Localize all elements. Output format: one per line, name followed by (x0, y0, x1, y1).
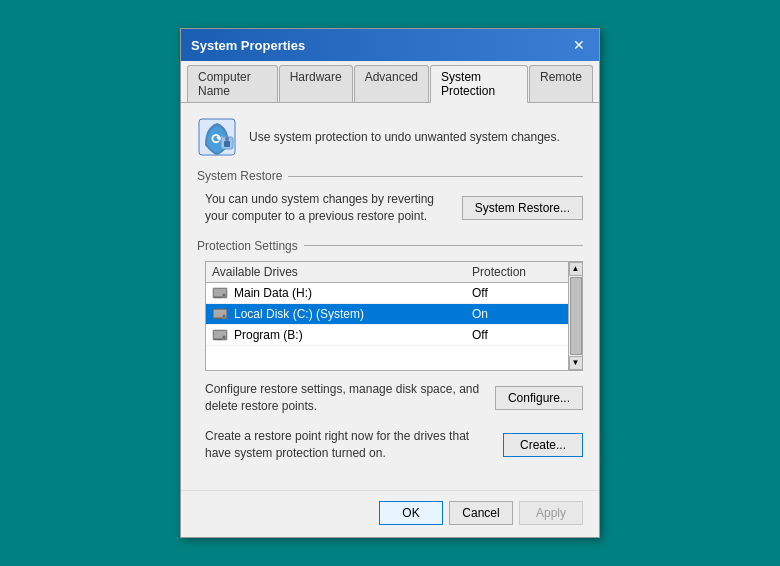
scrollbar: ▲ ▼ (568, 262, 582, 370)
col-drive-header: Available Drives (212, 265, 472, 279)
bottom-buttons: OK Cancel Apply (181, 490, 599, 537)
svg-point-11 (223, 314, 226, 317)
main-content: ⟳ Use system protection to undo unwanted… (181, 103, 599, 490)
drive-name-2: Program (B:) (234, 328, 472, 342)
system-restore-button[interactable]: System Restore... (462, 196, 583, 220)
apply-button[interactable]: Apply (519, 501, 583, 525)
drive-name-0: Main Data (H:) (234, 286, 472, 300)
system-protection-icon: ⟳ (197, 117, 237, 157)
drive-icon-0 (212, 286, 228, 300)
header-text: Use system protection to undo unwanted s… (249, 130, 560, 144)
system-restore-body: You can undo system changes by reverting… (205, 191, 583, 225)
tab-system-protection[interactable]: System Protection (430, 65, 528, 103)
ok-button[interactable]: OK (379, 501, 443, 525)
scrollbar-thumb[interactable] (570, 277, 582, 355)
header-section: ⟳ Use system protection to undo unwanted… (197, 117, 583, 157)
svg-point-3 (225, 137, 229, 141)
system-restore-title: System Restore (197, 169, 583, 183)
protection-settings-title: Protection Settings (197, 239, 583, 253)
configure-row: Configure restore settings, manage disk … (205, 381, 583, 415)
col-protection-header: Protection (472, 265, 562, 279)
title-bar: System Properties ✕ (181, 29, 599, 61)
restore-row: You can undo system changes by reverting… (205, 191, 583, 225)
svg-rect-8 (214, 297, 222, 298)
tab-remote[interactable]: Remote (529, 65, 593, 102)
svg-rect-4 (224, 141, 230, 147)
configure-button[interactable]: Configure... (495, 386, 583, 410)
drive-name-1: Local Disk (C:) (System) (234, 307, 472, 321)
svg-rect-16 (214, 339, 222, 340)
drive-protection-2: Off (472, 328, 562, 342)
dialog-title: System Properties (191, 38, 305, 53)
scrollbar-down[interactable]: ▼ (569, 356, 583, 370)
drive-row-0[interactable]: Main Data (H:) Off (206, 283, 568, 304)
cancel-button[interactable]: Cancel (449, 501, 513, 525)
scrollbar-up[interactable]: ▲ (569, 262, 583, 276)
drive-row-1[interactable]: Local Disk (C:) (System) On (206, 304, 568, 325)
create-button[interactable]: Create... (503, 433, 583, 457)
drive-row-2[interactable]: Program (B:) Off (206, 325, 568, 346)
protection-section: Protection Settings Available Drives Pro… (197, 239, 583, 462)
drive-icon-2 (212, 328, 228, 342)
create-row: Create a restore point right now for the… (205, 428, 583, 462)
drives-table: Available Drives Protection Main Data (H… (205, 261, 583, 371)
tab-hardware[interactable]: Hardware (279, 65, 353, 102)
system-properties-dialog: System Properties ✕ Computer Name Hardwa… (180, 28, 600, 538)
drives-header: Available Drives Protection (206, 262, 568, 283)
svg-point-7 (223, 293, 226, 296)
create-description: Create a restore point right now for the… (205, 428, 493, 462)
drive-icon-1 (212, 307, 228, 321)
drive-protection-0: Off (472, 286, 562, 300)
svg-point-15 (223, 335, 226, 338)
close-button[interactable]: ✕ (569, 35, 589, 55)
protection-body: Available Drives Protection Main Data (H… (205, 261, 583, 462)
configure-description: Configure restore settings, manage disk … (205, 381, 485, 415)
svg-rect-12 (214, 318, 222, 319)
tab-computer-name[interactable]: Computer Name (187, 65, 278, 102)
drive-protection-1: On (472, 307, 562, 321)
restore-description: You can undo system changes by reverting… (205, 191, 452, 225)
drives-inner: Available Drives Protection Main Data (H… (206, 262, 582, 346)
tab-advanced[interactable]: Advanced (354, 65, 429, 102)
tab-bar: Computer Name Hardware Advanced System P… (181, 61, 599, 103)
